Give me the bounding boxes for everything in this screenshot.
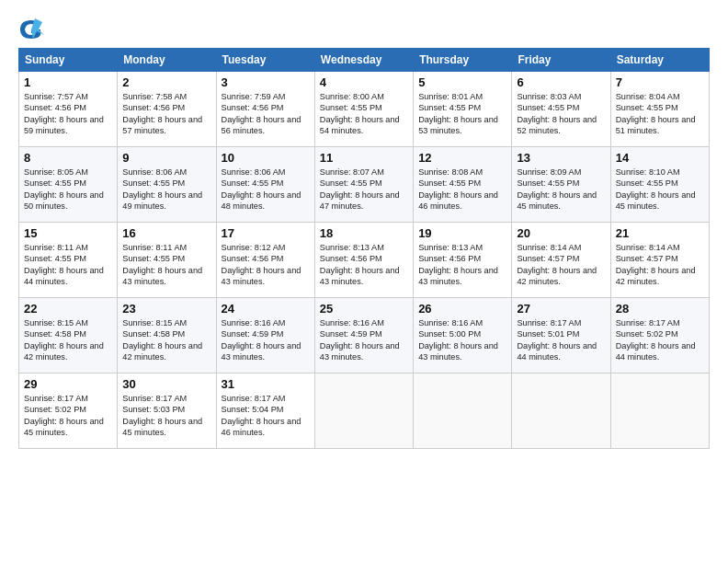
day-cell: 17Sunrise: 8:12 AM Sunset: 4:56 PM Dayli… [216, 223, 314, 298]
day-cell: 15Sunrise: 8:11 AM Sunset: 4:55 PM Dayli… [19, 223, 118, 298]
day-detail: Sunrise: 8:16 AM Sunset: 4:59 PM Dayligh… [320, 317, 408, 363]
day-detail: Sunrise: 8:11 AM Sunset: 4:55 PM Dayligh… [122, 242, 210, 288]
day-detail: Sunrise: 8:08 AM Sunset: 4:55 PM Dayligh… [418, 167, 506, 213]
day-number: 13 [517, 151, 605, 165]
day-detail: Sunrise: 8:17 AM Sunset: 5:02 PM Dayligh… [24, 393, 112, 439]
day-detail: Sunrise: 8:14 AM Sunset: 4:57 PM Dayligh… [616, 242, 704, 288]
day-number: 4 [320, 75, 408, 89]
page: SundayMondayTuesdayWednesdayThursdayFrid… [0, 0, 728, 458]
day-number: 29 [24, 377, 112, 391]
col-header-monday: Monday [118, 49, 216, 72]
day-number: 11 [320, 151, 408, 165]
day-cell: 20Sunrise: 8:14 AM Sunset: 4:57 PM Dayli… [512, 223, 610, 298]
day-detail: Sunrise: 8:05 AM Sunset: 4:55 PM Dayligh… [24, 167, 112, 213]
day-detail: Sunrise: 7:57 AM Sunset: 4:56 PM Dayligh… [24, 91, 112, 137]
day-cell: 18Sunrise: 8:13 AM Sunset: 4:56 PM Dayli… [314, 223, 413, 298]
week-row-1: 1Sunrise: 7:57 AM Sunset: 4:56 PM Daylig… [19, 72, 710, 147]
logo [18, 17, 46, 42]
day-detail: Sunrise: 8:16 AM Sunset: 5:00 PM Dayligh… [418, 317, 506, 363]
day-number: 12 [418, 151, 506, 165]
day-number: 1 [24, 75, 112, 89]
day-detail: Sunrise: 8:13 AM Sunset: 4:56 PM Dayligh… [418, 242, 506, 288]
day-cell: 24Sunrise: 8:16 AM Sunset: 4:59 PM Dayli… [216, 298, 314, 373]
day-detail: Sunrise: 8:03 AM Sunset: 4:55 PM Dayligh… [517, 91, 605, 137]
day-number: 3 [222, 75, 310, 89]
day-cell: 25Sunrise: 8:16 AM Sunset: 4:59 PM Dayli… [314, 298, 413, 373]
day-detail: Sunrise: 8:17 AM Sunset: 5:02 PM Dayligh… [616, 317, 704, 363]
day-cell: 7Sunrise: 8:04 AM Sunset: 4:55 PM Daylig… [610, 72, 709, 147]
day-number: 27 [517, 302, 605, 316]
header-row: SundayMondayTuesdayWednesdayThursdayFrid… [19, 49, 710, 72]
day-number: 22 [24, 302, 112, 316]
day-number: 14 [616, 151, 704, 165]
day-cell: 12Sunrise: 8:08 AM Sunset: 4:55 PM Dayli… [414, 147, 512, 223]
day-cell: 30Sunrise: 8:17 AM Sunset: 5:03 PM Dayli… [118, 373, 216, 449]
day-detail: Sunrise: 8:06 AM Sunset: 4:55 PM Dayligh… [122, 167, 210, 213]
day-cell: 22Sunrise: 8:15 AM Sunset: 4:58 PM Dayli… [19, 298, 118, 373]
day-cell [512, 373, 610, 449]
day-detail: Sunrise: 8:11 AM Sunset: 4:55 PM Dayligh… [24, 242, 112, 288]
day-cell: 2Sunrise: 7:58 AM Sunset: 4:56 PM Daylig… [118, 72, 216, 147]
day-number: 9 [122, 151, 210, 165]
day-detail: Sunrise: 8:15 AM Sunset: 4:58 PM Dayligh… [122, 317, 210, 363]
day-number: 6 [517, 75, 605, 89]
col-header-friday: Friday [512, 49, 610, 72]
day-number: 21 [616, 226, 704, 240]
day-cell: 4Sunrise: 8:00 AM Sunset: 4:55 PM Daylig… [314, 72, 413, 147]
day-number: 5 [418, 75, 506, 89]
day-cell: 8Sunrise: 8:05 AM Sunset: 4:55 PM Daylig… [19, 147, 118, 223]
day-cell [314, 373, 413, 449]
day-detail: Sunrise: 7:59 AM Sunset: 4:56 PM Dayligh… [222, 91, 310, 137]
day-cell: 29Sunrise: 8:17 AM Sunset: 5:02 PM Dayli… [19, 373, 118, 449]
logo-icon [18, 17, 44, 42]
col-header-thursday: Thursday [414, 49, 512, 72]
day-number: 16 [122, 226, 210, 240]
day-number: 31 [222, 377, 310, 391]
week-row-4: 22Sunrise: 8:15 AM Sunset: 4:58 PM Dayli… [19, 298, 710, 373]
day-cell: 28Sunrise: 8:17 AM Sunset: 5:02 PM Dayli… [610, 298, 709, 373]
day-cell: 27Sunrise: 8:17 AM Sunset: 5:01 PM Dayli… [512, 298, 610, 373]
day-detail: Sunrise: 8:01 AM Sunset: 4:55 PM Dayligh… [418, 91, 506, 137]
day-detail: Sunrise: 8:06 AM Sunset: 4:55 PM Dayligh… [222, 167, 310, 213]
day-number: 2 [122, 75, 210, 89]
day-cell: 31Sunrise: 8:17 AM Sunset: 5:04 PM Dayli… [216, 373, 314, 449]
day-cell: 6Sunrise: 8:03 AM Sunset: 4:55 PM Daylig… [512, 72, 610, 147]
day-cell: 13Sunrise: 8:09 AM Sunset: 4:55 PM Dayli… [512, 147, 610, 223]
day-number: 15 [24, 226, 112, 240]
day-number: 19 [418, 226, 506, 240]
day-detail: Sunrise: 7:58 AM Sunset: 4:56 PM Dayligh… [122, 91, 210, 137]
day-number: 25 [320, 302, 408, 316]
day-cell [414, 373, 512, 449]
day-cell: 9Sunrise: 8:06 AM Sunset: 4:55 PM Daylig… [118, 147, 216, 223]
day-detail: Sunrise: 8:17 AM Sunset: 5:01 PM Dayligh… [517, 317, 605, 363]
day-cell: 3Sunrise: 7:59 AM Sunset: 4:56 PM Daylig… [216, 72, 314, 147]
day-detail: Sunrise: 8:10 AM Sunset: 4:55 PM Dayligh… [616, 167, 704, 213]
week-row-3: 15Sunrise: 8:11 AM Sunset: 4:55 PM Dayli… [19, 223, 710, 298]
day-number: 23 [122, 302, 210, 316]
day-detail: Sunrise: 8:17 AM Sunset: 5:03 PM Dayligh… [122, 393, 210, 439]
week-row-5: 29Sunrise: 8:17 AM Sunset: 5:02 PM Dayli… [19, 373, 710, 449]
day-number: 30 [122, 377, 210, 391]
day-detail: Sunrise: 8:09 AM Sunset: 4:55 PM Dayligh… [517, 167, 605, 213]
week-row-2: 8Sunrise: 8:05 AM Sunset: 4:55 PM Daylig… [19, 147, 710, 223]
day-detail: Sunrise: 8:17 AM Sunset: 5:04 PM Dayligh… [222, 393, 310, 439]
day-number: 18 [320, 226, 408, 240]
day-number: 24 [222, 302, 310, 316]
day-number: 28 [616, 302, 704, 316]
col-header-sunday: Sunday [19, 49, 118, 72]
day-detail: Sunrise: 8:15 AM Sunset: 4:58 PM Dayligh… [24, 317, 112, 363]
day-cell: 14Sunrise: 8:10 AM Sunset: 4:55 PM Dayli… [610, 147, 709, 223]
day-detail: Sunrise: 8:12 AM Sunset: 4:56 PM Dayligh… [222, 242, 310, 288]
col-header-saturday: Saturday [610, 49, 709, 72]
col-header-tuesday: Tuesday [216, 49, 314, 72]
day-number: 20 [517, 226, 605, 240]
day-cell [610, 373, 709, 449]
col-header-wednesday: Wednesday [314, 49, 413, 72]
day-cell: 5Sunrise: 8:01 AM Sunset: 4:55 PM Daylig… [414, 72, 512, 147]
day-cell: 21Sunrise: 8:14 AM Sunset: 4:57 PM Dayli… [610, 223, 709, 298]
calendar: SundayMondayTuesdayWednesdayThursdayFrid… [18, 48, 710, 449]
day-cell: 16Sunrise: 8:11 AM Sunset: 4:55 PM Dayli… [118, 223, 216, 298]
day-number: 26 [418, 302, 506, 316]
day-cell: 1Sunrise: 7:57 AM Sunset: 4:56 PM Daylig… [19, 72, 118, 147]
day-cell: 19Sunrise: 8:13 AM Sunset: 4:56 PM Dayli… [414, 223, 512, 298]
